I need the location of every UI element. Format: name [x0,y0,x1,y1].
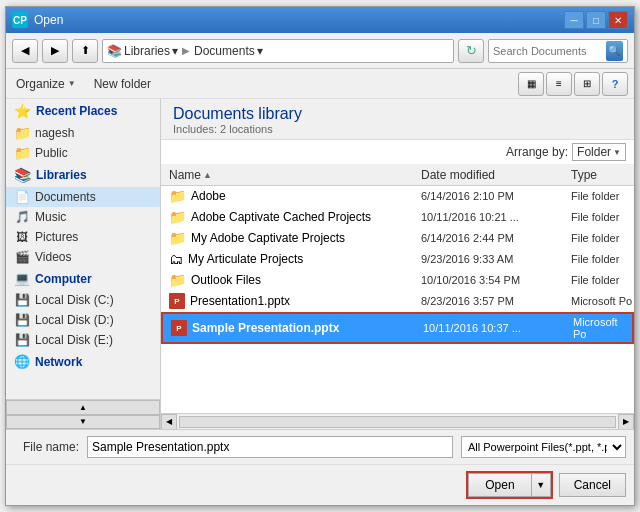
file-list: 📁 Adobe 6/14/2016 2:10 PM File folder 📁 … [161,186,634,413]
file-type: Microsoft Po [573,316,632,340]
col-header-date[interactable]: Date modified [421,168,571,182]
sidebar-scroll-down[interactable]: ▼ [6,415,160,430]
cancel-button[interactable]: Cancel [559,473,626,497]
file-row[interactable]: 📁 My Adobe Captivate Projects 6/14/2016 … [161,228,634,249]
disk-e-icon: 💾 [14,332,30,348]
file-row[interactable]: 🗂 My Articulate Projects 9/23/2016 9:33 … [161,249,634,270]
scroll-left-button[interactable]: ◀ [161,414,177,430]
sidebar-item-local-disk-d[interactable]: 💾 Local Disk (D:) [6,310,160,330]
open-dialog: CP Open ─ □ ✕ ◀ ▶ ⬆ 📚 Libraries ▾ ▶ Docu… [5,6,635,506]
sidebar-item-nagesh[interactable]: 📁 nagesh [6,123,160,143]
file-type: File folder [571,232,634,244]
pptx-icon: P [169,293,185,309]
file-date: 8/23/2016 3:57 PM [421,295,571,307]
sidebar-item-pictures[interactable]: 🖼 Pictures [6,227,160,247]
sidebar-scroll-area: ⭐ Recent Places 📁 nagesh 📁 Public 📚 Libr… [6,99,160,399]
col-header-type[interactable]: Type [571,168,634,182]
file-area: Documents library Includes: 2 locations … [161,99,634,429]
music-icon: 🎵 [14,209,30,225]
file-panel-header: Documents library Includes: 2 locations [161,99,634,140]
address-libraries: 📚 Libraries ▾ [107,44,178,58]
computer-icon: 💻 [14,271,30,286]
sidebar-item-public[interactable]: 📁 Public [6,143,160,163]
disk-d-icon: 💾 [14,312,30,328]
app-icon: CP [12,12,28,28]
file-row-selected[interactable]: P Sample Presentation.pptx 10/11/2016 10… [161,312,634,344]
search-input[interactable] [493,45,606,57]
view-tiles-button[interactable]: ▦ [518,72,544,96]
search-button[interactable]: 🔍 [606,41,623,61]
open-button-group: Open ▼ [466,471,552,499]
organize-toolbar: Organize ▼ New folder ▦ ≡ ⊞ ? [6,69,634,99]
pictures-icon: 🖼 [14,229,30,245]
refresh-button[interactable]: ↻ [458,39,484,63]
open-button[interactable]: Open [468,473,530,497]
action-bar: Open ▼ Cancel [6,464,634,505]
file-type: File folder [571,253,634,265]
view-list-button[interactable]: ≡ [546,72,572,96]
library-title: Documents library [173,105,622,123]
folder-icon: 📁 [169,188,186,204]
search-box: 🔍 [488,39,628,63]
minimize-button[interactable]: ─ [564,11,584,29]
forward-button[interactable]: ▶ [42,39,68,63]
col-header-name[interactable]: Name ▲ [161,168,421,182]
open-dropdown-button[interactable]: ▼ [531,473,551,497]
new-folder-button[interactable]: New folder [90,75,155,93]
arrange-by-label: Arrange by: [506,145,568,159]
file-date: 10/11/2016 10:37 ... [423,322,573,334]
close-button[interactable]: ✕ [608,11,628,29]
file-row[interactable]: 📁 Adobe Captivate Cached Projects 10/11/… [161,207,634,228]
sidebar-item-local-disk-c[interactable]: 💾 Local Disk (C:) [6,290,160,310]
file-type: Microsoft Po [571,295,634,307]
filename-input[interactable] [87,436,453,458]
address-documents: Documents ▾ [194,44,263,58]
file-date: 6/14/2016 2:44 PM [421,232,571,244]
sidebar-item-music[interactable]: 🎵 Music [6,207,160,227]
sidebar-item-videos[interactable]: 🎬 Videos [6,247,160,267]
main-content: ⭐ Recent Places 📁 nagesh 📁 Public 📚 Libr… [6,99,634,429]
sidebar-scroll-buttons: ▲ ▼ [6,399,160,429]
maximize-button[interactable]: □ [586,11,606,29]
folder-icon: 📁 [169,272,186,288]
filetype-select[interactable]: All Powerpoint Files(*.ppt, *.pp: [461,436,626,458]
documents-icon: 📄 [14,189,30,205]
sidebar-scroll-up[interactable]: ▲ [6,400,160,415]
address-toolbar: ◀ ▶ ⬆ 📚 Libraries ▾ ▶ Documents ▾ ↻ 🔍 [6,33,634,69]
back-button[interactable]: ◀ [12,39,38,63]
sidebar-item-local-disk-e[interactable]: 💾 Local Disk (E:) [6,330,160,350]
file-type: File folder [571,211,634,223]
organize-dropdown-arrow: ▼ [68,79,76,88]
file-type: File folder [571,190,634,202]
libraries-icon: 📚 [14,167,31,183]
folder-icon: 🗂 [169,251,183,267]
sidebar-section-recent: ⭐ Recent Places [6,99,160,123]
sidebar: ⭐ Recent Places 📁 nagesh 📁 Public 📚 Libr… [6,99,161,429]
folder-icon: 📁 [14,125,30,141]
file-row[interactable]: 📁 Adobe 6/14/2016 2:10 PM File folder [161,186,634,207]
file-row[interactable]: P Presentation1.pptx 8/23/2016 3:57 PM M… [161,291,634,312]
sidebar-section-network: 🌐 Network [6,350,160,373]
help-button[interactable]: ? [602,72,628,96]
pptx-icon: P [171,320,187,336]
horizontal-scrollbar[interactable]: ◀ ▶ [161,413,634,429]
dialog-title: Open [34,13,63,27]
arrange-bar: Arrange by: Folder ▼ [161,140,634,165]
organize-button[interactable]: Organize ▼ [12,75,80,93]
network-icon: 🌐 [14,354,30,369]
scroll-right-button[interactable]: ▶ [618,414,634,430]
arrange-by-dropdown[interactable]: Folder ▼ [572,143,626,161]
file-date: 6/14/2016 2:10 PM [421,190,571,202]
file-row[interactable]: 📁 Outlook Files 10/10/2016 3:54 PM File … [161,270,634,291]
sidebar-item-documents[interactable]: 📄 Documents [6,187,160,207]
up-button[interactable]: ⬆ [72,39,98,63]
sort-arrow-name: ▲ [203,170,212,180]
sidebar-section-computer: 💻 Computer [6,267,160,290]
view-icons-button[interactable]: ⊞ [574,72,600,96]
filename-label: File name: [14,440,79,454]
filename-bar: File name: All Powerpoint Files(*.ppt, *… [6,429,634,464]
title-bar: CP Open ─ □ ✕ [6,7,634,33]
scroll-track [179,416,616,428]
address-bar[interactable]: 📚 Libraries ▾ ▶ Documents ▾ [102,39,454,63]
folder-icon: 📁 [169,209,186,225]
